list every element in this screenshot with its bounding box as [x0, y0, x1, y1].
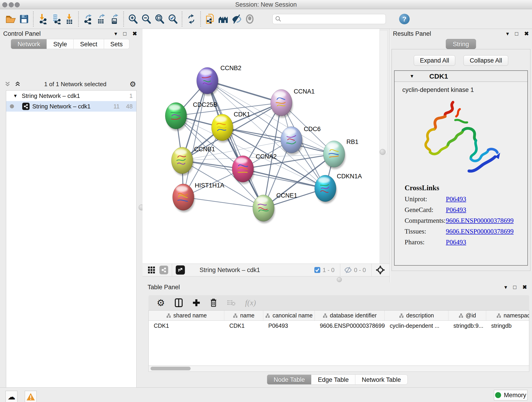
table-cell[interactable]: 9606.ENSP00000378699	[315, 321, 385, 331]
table-hscrollbar-thumb[interactable]	[151, 367, 191, 370]
column-header-canonicalname[interactable]: canonical name	[263, 311, 315, 320]
window-minimize-icon[interactable]	[9, 2, 14, 7]
table-cell[interactable]: stringdb	[486, 321, 529, 331]
warning-icon[interactable]	[25, 391, 37, 402]
memory-button[interactable]: Memory	[494, 390, 527, 400]
grid-view-icon[interactable]	[147, 266, 155, 274]
tab-string[interactable]: String	[446, 39, 476, 49]
tab-style[interactable]: Style	[47, 39, 74, 49]
window-close-icon[interactable]	[2, 2, 7, 7]
import-network-database-icon[interactable]	[49, 12, 63, 26]
new-network-from-selection-icon[interactable]	[203, 12, 216, 26]
tab-network-table[interactable]: Network Table	[355, 375, 408, 385]
show-all-icon[interactable]	[243, 12, 256, 26]
import-network-file-icon[interactable]	[36, 12, 49, 26]
show-columns-icon[interactable]	[175, 298, 183, 307]
table-options-gear-icon[interactable]: ⚙	[157, 298, 165, 308]
crosslink-value-link[interactable]: P06493	[446, 238, 466, 246]
expand-all-button[interactable]: Expand All	[414, 55, 456, 66]
crosslink-value-link[interactable]: 9606.ENSP00000378699	[446, 228, 514, 235]
collapse-all-icon[interactable]	[4, 81, 11, 88]
collapse-all-button[interactable]: Collapse All	[463, 55, 508, 66]
tab-sets[interactable]: Sets	[104, 39, 129, 49]
column-header-namespace[interactable]: namespace	[486, 311, 529, 320]
results-panel-close-icon[interactable]: ✖	[524, 31, 529, 37]
column-header-databaseidentifier[interactable]: database identifier	[315, 311, 385, 320]
cloud-icon[interactable]: ☁	[6, 391, 17, 402]
selected-checkbox-icon[interactable]	[314, 267, 321, 274]
protein-node-CCNB2[interactable]	[196, 67, 219, 96]
column-header-name[interactable]: name	[224, 311, 263, 320]
protein-node-CDKN1A[interactable]	[315, 175, 337, 204]
network-right-scrollbar[interactable]	[380, 30, 388, 154]
first-neighbors-icon[interactable]	[216, 12, 230, 26]
control-panel-menu-icon[interactable]: ▾	[114, 31, 117, 37]
results-panel-float-icon[interactable]: □	[515, 31, 518, 37]
table-cell[interactable]: stringdb:9...	[448, 321, 486, 331]
table-hscrollbar[interactable]	[148, 366, 529, 372]
tab-edge-table[interactable]: Edge Table	[311, 375, 355, 385]
protein-collapse-icon[interactable]: ▼	[410, 74, 414, 79]
crosslink-value-link[interactable]: 9606.ENSP00000378699	[446, 217, 514, 224]
network-edge[interactable]	[243, 169, 325, 188]
network-collection-row[interactable]: ▼ String Network – cdk1 1	[6, 90, 136, 101]
delete-column-icon[interactable]	[210, 298, 217, 307]
results-panel-menu-icon[interactable]: ▾	[506, 31, 509, 37]
tab-network[interactable]: Network	[11, 39, 47, 49]
network-edge[interactable]	[183, 81, 207, 197]
table-cell[interactable]: cyclin-dependent ...	[385, 321, 448, 331]
zoom-in-icon[interactable]	[126, 12, 139, 26]
tab-select[interactable]: Select	[74, 39, 104, 49]
import-table-icon[interactable]	[63, 12, 76, 26]
control-panel-float-icon[interactable]: □	[123, 31, 127, 37]
window-zoom-icon[interactable]	[15, 2, 20, 7]
protein-node-RB1[interactable]	[323, 141, 346, 169]
export-image-icon[interactable]	[108, 12, 121, 26]
export-network-icon[interactable]	[81, 12, 94, 26]
table-panel-close-icon[interactable]: ✖	[522, 284, 527, 290]
protein-node-CCNE1[interactable]	[253, 195, 275, 223]
expand-all-icon[interactable]	[14, 81, 21, 88]
open-session-icon[interactable]	[4, 12, 17, 26]
hide-selected-icon[interactable]	[230, 12, 243, 26]
search-field[interactable]	[282, 15, 386, 23]
network-options-gear-icon[interactable]: ⚙	[129, 80, 136, 89]
refresh-icon[interactable]	[185, 12, 198, 26]
export-table-icon[interactable]	[94, 12, 108, 26]
table-panel-menu-icon[interactable]: ▾	[504, 284, 507, 290]
column-header-id[interactable]: @id	[448, 311, 486, 320]
zoom-selected-icon[interactable]	[166, 12, 179, 26]
right-splitter-handle[interactable]	[380, 149, 386, 155]
column-header-description[interactable]: description	[385, 311, 448, 320]
zoom-out-icon[interactable]	[139, 12, 153, 26]
control-panel-close-icon[interactable]: ✖	[133, 31, 137, 37]
table-row[interactable]: CDK1CDK1P064939606.ENSP00000378699cyclin…	[149, 321, 529, 331]
protein-node-CDK1[interactable]	[211, 114, 234, 143]
table-panel-float-icon[interactable]: □	[513, 284, 516, 290]
fit-selected-crosshair-icon[interactable]	[375, 265, 385, 275]
protein-node-CCNB1[interactable]	[171, 147, 194, 176]
tree-expand-icon[interactable]: ▼	[13, 93, 18, 99]
table-cell[interactable]: CDK1	[224, 321, 263, 331]
table-cell[interactable]: CDK1	[149, 321, 224, 331]
protein-node-CCNA1[interactable]	[271, 89, 293, 118]
network-edge[interactable]	[207, 81, 264, 208]
protein-node-CCNA2[interactable]	[232, 156, 254, 184]
network-graph[interactable]: CCNB2CCNA1CDC25BCDK1CDC6RB1CCNB1CCNA2CDK…	[143, 29, 380, 264]
zoom-fit-icon[interactable]	[153, 12, 166, 26]
crosslink-value-link[interactable]: P06493	[446, 206, 466, 214]
table-cell[interactable]: P06493	[263, 321, 315, 331]
help-icon[interactable]: ?	[399, 14, 410, 24]
bottom-splitter-handle[interactable]	[337, 277, 342, 282]
save-session-icon[interactable]	[17, 12, 31, 26]
tab-node-table[interactable]: Node Table	[267, 375, 311, 385]
open-in-window-icon[interactable]	[176, 265, 185, 274]
network-canvas[interactable]: CCNB2CCNA1CDC25BCDK1CDC6RB1CCNB1CCNA2CDK…	[143, 29, 380, 264]
protein-node-HIST1H1A[interactable]	[172, 184, 195, 212]
column-header-sharedname[interactable]: shared name	[149, 311, 224, 320]
birdseye-view-icon[interactable]	[159, 266, 168, 274]
search-input[interactable]	[272, 14, 386, 24]
protein-card-header[interactable]: ▼ CDK1	[394, 71, 527, 82]
network-row[interactable]: String Network – cdk1 11 48	[6, 101, 136, 112]
add-column-icon[interactable]	[192, 299, 200, 307]
